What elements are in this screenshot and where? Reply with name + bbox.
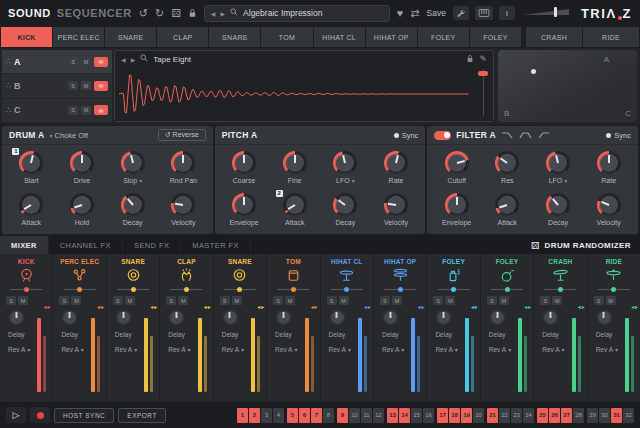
knob-velocity[interactable] (171, 193, 195, 217)
step-8[interactable]: 8 (323, 408, 334, 423)
step-15[interactable]: 15 (411, 408, 422, 423)
knob-rate[interactable] (597, 151, 621, 175)
settings-wrench-button[interactable] (453, 6, 469, 20)
knob-attack[interactable] (19, 193, 43, 217)
step-22[interactable]: 22 (499, 408, 510, 423)
step-29[interactable]: 29 (587, 408, 598, 423)
step-30[interactable]: 30 (599, 408, 610, 423)
drum-tab-perc-elec[interactable]: PERC ELEC (53, 27, 104, 47)
drum-tab-crash[interactable]: CRASH (526, 27, 582, 47)
save-button[interactable]: Save (427, 8, 446, 18)
step-7[interactable]: 7 (311, 408, 322, 423)
drum-tab-kick[interactable]: KICK (1, 27, 52, 47)
channel-level-knob[interactable] (275, 309, 292, 326)
knob-slop[interactable] (121, 151, 145, 175)
solo-button[interactable]: S (433, 296, 443, 305)
preset-prev-icon[interactable]: ◀ (211, 10, 216, 17)
step-10[interactable]: 10 (349, 408, 360, 423)
step-17[interactable]: 17 (437, 408, 448, 423)
play-button[interactable]: ▷ (6, 407, 26, 423)
filter-enable-toggle[interactable] (434, 131, 451, 140)
channel-level-knob[interactable] (382, 309, 399, 326)
mute-button[interactable]: M (71, 296, 81, 305)
volume-fader-handle[interactable]: ◄► (470, 304, 478, 310)
step-21[interactable]: 21 (487, 408, 498, 423)
step-23[interactable]: 23 (511, 408, 522, 423)
step-13[interactable]: 13 (387, 408, 398, 423)
solo-button[interactable]: S (166, 296, 176, 305)
record-button[interactable] (30, 407, 50, 423)
knob-decay[interactable] (333, 193, 357, 217)
channel-level-knob[interactable] (222, 309, 239, 326)
step-26[interactable]: 26 (549, 408, 560, 423)
solo-button[interactable]: S (113, 296, 123, 305)
mute-button[interactable]: M (232, 296, 242, 305)
drum-tab-foley[interactable]: FOLEY (418, 27, 469, 47)
pan-dot[interactable] (505, 287, 510, 292)
mute-button[interactable]: M (392, 296, 402, 305)
step-3[interactable]: 3 (261, 408, 272, 423)
choke-dropdown[interactable]: ▾Choke Off (49, 131, 88, 140)
drum-randomizer[interactable]: ⚄ DRUM RANDOMIZER (531, 236, 640, 254)
volume-fader-handle[interactable]: ◄► (203, 304, 211, 310)
knob-lfo[interactable] (546, 151, 570, 175)
layer-link-button[interactable]: ∞ (94, 81, 108, 91)
mixer-tab-send-fx[interactable]: SEND FX (123, 236, 181, 254)
step-14[interactable]: 14 (399, 408, 410, 423)
step-32[interactable]: 32 (623, 408, 634, 423)
bandpass-filter-icon[interactable] (519, 131, 532, 139)
knob-envelope[interactable] (445, 193, 469, 217)
step-12[interactable]: 12 (373, 408, 384, 423)
drum-tab-snare[interactable]: SNARE (209, 27, 260, 47)
master-volume-slider[interactable] (521, 4, 575, 22)
step-9[interactable]: 9 (337, 408, 348, 423)
solo-button[interactable]: S (220, 296, 230, 305)
knob-decay[interactable] (121, 193, 145, 217)
pan-dot[interactable] (237, 287, 242, 292)
volume-fader-handle[interactable]: ◄► (310, 304, 318, 310)
knob-velocity[interactable] (384, 193, 408, 217)
sample-gain-handle[interactable] (478, 71, 488, 76)
volume-fader-handle[interactable]: ◄► (630, 304, 638, 310)
pan-dot[interactable] (558, 287, 563, 292)
sync-toggle[interactable]: Sync (394, 131, 419, 140)
mute-button[interactable]: M (18, 296, 28, 305)
step-19[interactable]: 19 (461, 408, 472, 423)
layer-row-b[interactable]: ∴BSM∞ (2, 74, 112, 97)
channel-level-knob[interactable] (61, 309, 78, 326)
channel-level-knob[interactable] (542, 309, 559, 326)
waveform[interactable] (119, 68, 469, 120)
knob-lfo[interactable] (333, 151, 357, 175)
mute-button[interactable]: M (339, 296, 349, 305)
step-11[interactable]: 11 (361, 408, 372, 423)
sample-lock-icon[interactable] (466, 54, 474, 65)
pan-dot[interactable] (131, 287, 136, 292)
pan-slider[interactable] (170, 286, 202, 293)
pan-slider[interactable] (331, 286, 363, 293)
solo-button[interactable]: S (59, 296, 69, 305)
drum-tab-hihat-cl[interactable]: HIHAT CL (314, 27, 365, 47)
layer-solo-button[interactable]: S (68, 106, 78, 115)
layer-solo-button[interactable]: S (68, 57, 78, 66)
channel-level-knob[interactable] (435, 309, 452, 326)
keyboard-button[interactable] (475, 6, 493, 20)
mixer-tab-master-fx[interactable]: MASTER FX (181, 236, 251, 254)
layer-link-button[interactable]: ∞ (94, 57, 108, 67)
solo-button[interactable]: S (594, 296, 604, 305)
mute-button[interactable]: M (445, 296, 455, 305)
shuffle-icon[interactable]: ⇄ (410, 8, 419, 19)
pan-dot[interactable] (611, 287, 616, 292)
drum-tab-foley[interactable]: FOLEY (470, 27, 521, 47)
mute-button[interactable]: M (499, 296, 509, 305)
pan-slider[interactable] (544, 286, 576, 293)
reverse-button[interactable]: ↺ Reverse (158, 129, 206, 141)
host-sync-button[interactable]: HOST SYNC (54, 408, 114, 423)
sample-prev-icon[interactable]: ◀ (121, 56, 126, 63)
pan-dot[interactable] (344, 287, 349, 292)
lock-icon[interactable] (188, 8, 197, 18)
pan-slider[interactable] (10, 286, 42, 293)
pan-dot[interactable] (184, 287, 189, 292)
mute-button[interactable]: M (552, 296, 562, 305)
volume-fader-handle[interactable]: ◄► (149, 304, 157, 310)
step-27[interactable]: 27 (561, 408, 572, 423)
